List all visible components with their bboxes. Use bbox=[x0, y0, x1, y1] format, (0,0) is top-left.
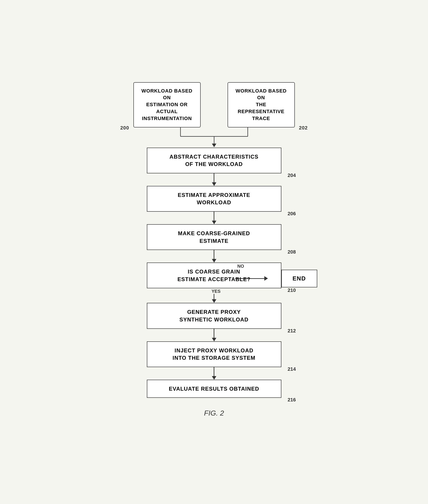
no-arrow-head bbox=[264, 276, 268, 281]
node-num-214: 214 bbox=[288, 366, 296, 372]
box-206-wrapper: ESTIMATE APPROXIMATE WORKLOAD 206 bbox=[147, 186, 281, 212]
box-202: WORKLOAD BASED ON THE REPRESENTATIVE TRA… bbox=[228, 82, 295, 128]
arrow-210-212: YES bbox=[89, 288, 340, 303]
node-num-206: 206 bbox=[288, 211, 296, 217]
box-214: INJECT PROXY WORKLOAD INTO THE STORAGE S… bbox=[147, 341, 281, 367]
arrow-206-208 bbox=[89, 212, 340, 224]
node-num-216: 216 bbox=[288, 397, 296, 403]
box-214-label: INJECT PROXY WORKLOAD INTO THE STORAGE S… bbox=[173, 347, 255, 361]
node-num-212: 212 bbox=[288, 328, 296, 334]
box-212-label: GENERATE PROXY SYNTHETIC WORKLOAD bbox=[179, 309, 248, 323]
diagram-container: WORKLOAD BASED ON ESTIMATION OR ACTUAL I… bbox=[80, 69, 349, 435]
svg-marker-5 bbox=[212, 144, 216, 147]
box-206-label: ESTIMATE APPROXIMATE WORKLOAD bbox=[178, 192, 250, 206]
decision-row-210: IS COARSE GRAIN ESTIMATE ACCEPTABLE? 210… bbox=[89, 263, 340, 288]
top-row: WORKLOAD BASED ON ESTIMATION OR ACTUAL I… bbox=[89, 82, 340, 128]
converge-arrows-svg bbox=[133, 128, 295, 148]
box-216-label: EVALUATE RESULTS OBTAINED bbox=[169, 386, 259, 392]
box-206: ESTIMATE APPROXIMATE WORKLOAD bbox=[147, 186, 281, 212]
box-208-label: MAKE COARSE-GRAINED ESTIMATE bbox=[178, 230, 250, 244]
box-200-label: WORKLOAD BASED ON ESTIMATION OR ACTUAL I… bbox=[141, 88, 192, 121]
no-branch: NO END bbox=[235, 264, 317, 287]
box-202-label: WORKLOAD BASED ON THE REPRESENTATIVE TRA… bbox=[236, 88, 287, 121]
no-label: NO bbox=[238, 264, 244, 269]
box-212-wrapper: GENERATE PROXY SYNTHETIC WORKLOAD 212 bbox=[147, 303, 281, 329]
box-208-wrapper: MAKE COARSE-GRAINED ESTIMATE 208 bbox=[147, 224, 281, 250]
box-204-wrapper: ABSTRACT CHARACTERISTICS OF THE WORKLOAD… bbox=[147, 148, 281, 173]
box-216: EVALUATE RESULTS OBTAINED bbox=[147, 380, 281, 398]
figure-label: FIG. 2 bbox=[204, 409, 224, 417]
no-line-h bbox=[235, 278, 264, 279]
box-214-wrapper: INJECT PROXY WORKLOAD INTO THE STORAGE S… bbox=[147, 341, 281, 367]
box-204-label: ABSTRACT CHARACTERISTICS OF THE WORKLOAD bbox=[170, 154, 258, 167]
box-216-wrapper: EVALUATE RESULTS OBTAINED 216 bbox=[147, 380, 281, 398]
node-num-208: 208 bbox=[288, 249, 296, 255]
node-num-204: 204 bbox=[288, 172, 296, 178]
box-204: ABSTRACT CHARACTERISTICS OF THE WORKLOAD bbox=[147, 148, 281, 173]
arrow-204-206 bbox=[89, 173, 340, 186]
box-208: MAKE COARSE-GRAINED ESTIMATE bbox=[147, 224, 281, 250]
box-212: GENERATE PROXY SYNTHETIC WORKLOAD bbox=[147, 303, 281, 329]
arrow-212-214 bbox=[89, 329, 340, 341]
box-200: WORKLOAD BASED ON ESTIMATION OR ACTUAL I… bbox=[133, 82, 201, 128]
yes-label: YES bbox=[212, 289, 221, 294]
node-label-202: 202 bbox=[299, 125, 308, 131]
arrow-214-216 bbox=[89, 367, 340, 380]
end-label: END bbox=[293, 275, 306, 282]
node-num-210: 210 bbox=[288, 287, 296, 293]
arrow-208-210 bbox=[89, 250, 340, 263]
node-label-200: 200 bbox=[120, 125, 129, 131]
end-box: END bbox=[281, 270, 317, 287]
